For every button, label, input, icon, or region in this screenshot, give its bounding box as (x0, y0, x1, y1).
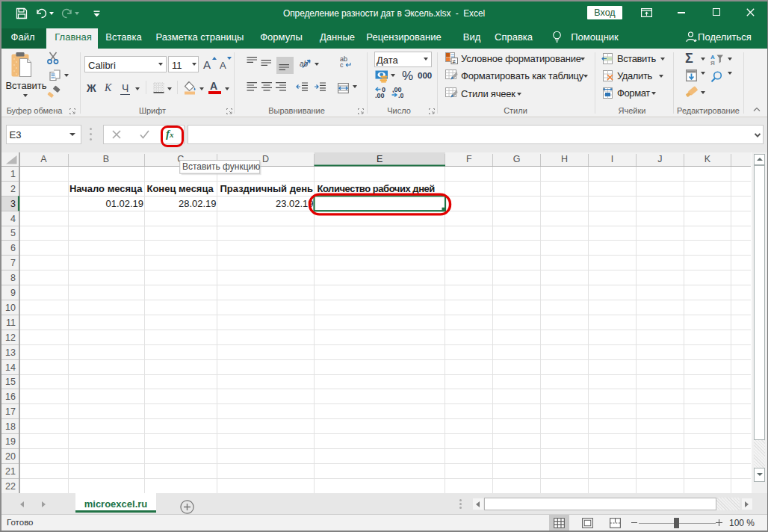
svg-text:20: 20 (5, 451, 16, 462)
svg-text:28.02.19: 28.02.19 (179, 198, 217, 209)
svg-text:13: 13 (5, 347, 16, 358)
svg-text:7: 7 (10, 258, 16, 268)
svg-text:17: 17 (5, 406, 16, 417)
svg-text:B: B (103, 154, 109, 164)
svg-text:Конец месяца: Конец месяца (147, 183, 214, 194)
svg-text:E: E (377, 154, 383, 164)
svg-text:A: A (40, 154, 47, 164)
svg-text:15: 15 (5, 377, 16, 387)
svg-text:8: 8 (10, 273, 16, 283)
svg-text:5: 5 (10, 228, 16, 238)
svg-text:D: D (262, 154, 269, 164)
svg-text:,00: ,00 (375, 92, 385, 99)
svg-text:11: 11 (6, 318, 16, 328)
svg-text:K: K (704, 154, 711, 164)
svg-text:H: H (561, 154, 568, 164)
svg-text:G: G (513, 154, 521, 164)
svg-text:2: 2 (10, 184, 16, 194)
svg-text:Вставить функцию: Вставить функцию (182, 161, 260, 172)
svg-text:1: 1 (10, 169, 16, 179)
svg-text:6: 6 (10, 243, 16, 253)
svg-text:,0: ,0 (398, 92, 403, 99)
svg-text:19: 19 (5, 436, 16, 447)
svg-text:16: 16 (5, 392, 16, 402)
svg-text:I: I (611, 154, 613, 164)
svg-text:21: 21 (5, 466, 16, 477)
svg-text:Количество рабочих дней: Количество рабочих дней (318, 183, 436, 194)
svg-text:10: 10 (5, 303, 16, 313)
svg-text:18: 18 (5, 421, 16, 432)
svg-text:Начало месяца: Начало месяца (69, 183, 143, 194)
svg-text:Я: Я (710, 60, 715, 65)
svg-text:3: 3 (10, 199, 16, 209)
svg-text:Праздничный день: Праздничный день (220, 183, 314, 194)
svg-text:4: 4 (10, 214, 16, 224)
svg-text:01.02.19: 01.02.19 (105, 198, 143, 209)
svg-text:9: 9 (10, 288, 16, 298)
svg-text:ab: ab (300, 60, 309, 68)
svg-text:c: c (340, 61, 344, 69)
svg-text:12: 12 (5, 332, 16, 343)
svg-text:23.02.19: 23.02.19 (276, 198, 314, 209)
svg-text:14: 14 (5, 362, 16, 373)
svg-text:22: 22 (5, 481, 16, 492)
svg-text:J: J (657, 154, 662, 164)
svg-text:≠: ≠ (453, 58, 456, 65)
svg-text:F: F (466, 154, 472, 164)
